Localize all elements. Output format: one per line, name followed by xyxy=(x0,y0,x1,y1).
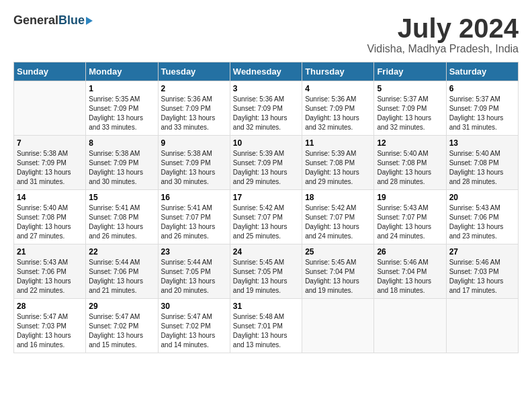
calendar-cell: 3Sunrise: 5:36 AMSunset: 7:09 PMDaylight… xyxy=(230,81,302,136)
calendar-cell: 20Sunrise: 5:43 AMSunset: 7:06 PMDayligh… xyxy=(446,190,518,244)
day-info: Sunrise: 5:39 AMSunset: 7:08 PMDaylight:… xyxy=(305,149,371,187)
day-info: Sunrise: 5:38 AMSunset: 7:09 PMDaylight:… xyxy=(161,149,227,187)
day-info: Sunrise: 5:47 AMSunset: 7:02 PMDaylight:… xyxy=(89,312,154,350)
day-info: Sunrise: 5:45 AMSunset: 7:04 PMDaylight:… xyxy=(305,258,371,295)
calendar-cell xyxy=(374,299,446,353)
calendar-cell: 13Sunrise: 5:40 AMSunset: 7:08 PMDayligh… xyxy=(446,136,518,190)
calendar-cell: 26Sunrise: 5:46 AMSunset: 7:04 PMDayligh… xyxy=(374,244,446,299)
calendar-cell xyxy=(14,81,86,136)
day-number: 16 xyxy=(161,193,227,202)
calendar-cell: 23Sunrise: 5:44 AMSunset: 7:05 PMDayligh… xyxy=(158,244,230,299)
day-info: Sunrise: 5:44 AMSunset: 7:05 PMDaylight:… xyxy=(161,258,227,295)
calendar-cell: 5Sunrise: 5:37 AMSunset: 7:09 PMDaylight… xyxy=(374,81,446,136)
day-info: Sunrise: 5:41 AMSunset: 7:08 PMDaylight:… xyxy=(89,203,154,241)
calendar-cell: 14Sunrise: 5:40 AMSunset: 7:08 PMDayligh… xyxy=(14,190,86,244)
day-number: 17 xyxy=(233,193,299,202)
day-number: 3 xyxy=(233,84,299,93)
day-info: Sunrise: 5:42 AMSunset: 7:07 PMDaylight:… xyxy=(305,203,371,241)
week-row-1: 1Sunrise: 5:35 AMSunset: 7:09 PMDaylight… xyxy=(14,81,519,136)
calendar-cell: 2Sunrise: 5:36 AMSunset: 7:09 PMDaylight… xyxy=(158,81,230,136)
day-info: Sunrise: 5:47 AMSunset: 7:03 PMDaylight:… xyxy=(17,312,83,350)
day-info: Sunrise: 5:42 AMSunset: 7:07 PMDaylight:… xyxy=(233,203,299,241)
week-row-4: 21Sunrise: 5:43 AMSunset: 7:06 PMDayligh… xyxy=(14,244,519,299)
calendar-cell: 1Sunrise: 5:35 AMSunset: 7:09 PMDaylight… xyxy=(86,81,158,136)
day-info: Sunrise: 5:43 AMSunset: 7:07 PMDaylight:… xyxy=(377,203,443,241)
day-info: Sunrise: 5:46 AMSunset: 7:03 PMDaylight:… xyxy=(449,258,515,295)
day-info: Sunrise: 5:41 AMSunset: 7:07 PMDaylight:… xyxy=(161,203,227,241)
weekday-header-saturday: Saturday xyxy=(446,62,518,81)
calendar-cell: 18Sunrise: 5:42 AMSunset: 7:07 PMDayligh… xyxy=(302,190,374,244)
day-info: Sunrise: 5:38 AMSunset: 7:09 PMDaylight:… xyxy=(89,149,154,187)
day-number: 18 xyxy=(305,193,371,202)
day-number: 31 xyxy=(233,302,299,311)
day-number: 8 xyxy=(89,138,154,148)
weekday-header-friday: Friday xyxy=(374,62,446,81)
day-number: 13 xyxy=(449,138,515,148)
calendar-cell: 25Sunrise: 5:45 AMSunset: 7:04 PMDayligh… xyxy=(302,244,374,299)
day-info: Sunrise: 5:37 AMSunset: 7:09 PMDaylight:… xyxy=(449,95,515,132)
weekday-header-row: SundayMondayTuesdayWednesdayThursdayFrid… xyxy=(14,62,519,81)
calendar-cell: 12Sunrise: 5:40 AMSunset: 7:08 PMDayligh… xyxy=(374,136,446,190)
day-info: Sunrise: 5:44 AMSunset: 7:06 PMDaylight:… xyxy=(89,258,154,295)
day-number: 28 xyxy=(17,302,83,311)
calendar-cell: 19Sunrise: 5:43 AMSunset: 7:07 PMDayligh… xyxy=(374,190,446,244)
day-number: 2 xyxy=(161,84,227,93)
day-number: 10 xyxy=(233,138,299,148)
calendar-cell: 28Sunrise: 5:47 AMSunset: 7:03 PMDayligh… xyxy=(14,299,86,353)
day-info: Sunrise: 5:46 AMSunset: 7:04 PMDaylight:… xyxy=(377,258,443,295)
day-info: Sunrise: 5:36 AMSunset: 7:09 PMDaylight:… xyxy=(161,95,227,132)
day-info: Sunrise: 5:37 AMSunset: 7:09 PMDaylight:… xyxy=(377,95,443,132)
day-info: Sunrise: 5:35 AMSunset: 7:09 PMDaylight:… xyxy=(89,95,154,132)
day-number: 4 xyxy=(305,84,371,93)
calendar-cell: 30Sunrise: 5:47 AMSunset: 7:02 PMDayligh… xyxy=(158,299,230,353)
day-number: 9 xyxy=(161,138,227,148)
logo-general-text: General xyxy=(13,13,58,28)
page-header: General Blue July 2024 Vidisha, Madhya P… xyxy=(13,13,519,55)
calendar-cell: 29Sunrise: 5:47 AMSunset: 7:02 PMDayligh… xyxy=(86,299,158,353)
calendar-cell xyxy=(446,299,518,353)
day-number: 25 xyxy=(305,247,371,257)
day-info: Sunrise: 5:40 AMSunset: 7:08 PMDaylight:… xyxy=(449,149,515,187)
calendar-cell: 6Sunrise: 5:37 AMSunset: 7:09 PMDaylight… xyxy=(446,81,518,136)
day-number: 5 xyxy=(377,84,443,93)
weekday-header-sunday: Sunday xyxy=(14,62,86,81)
calendar-cell: 22Sunrise: 5:44 AMSunset: 7:06 PMDayligh… xyxy=(86,244,158,299)
day-info: Sunrise: 5:48 AMSunset: 7:01 PMDaylight:… xyxy=(233,312,299,350)
weekday-header-monday: Monday xyxy=(86,62,158,81)
calendar-cell: 16Sunrise: 5:41 AMSunset: 7:07 PMDayligh… xyxy=(158,190,230,244)
day-number: 26 xyxy=(377,247,443,257)
month-title: July 2024 xyxy=(367,13,519,43)
calendar-cell: 10Sunrise: 5:39 AMSunset: 7:09 PMDayligh… xyxy=(230,136,302,190)
day-number: 24 xyxy=(233,247,299,257)
day-info: Sunrise: 5:40 AMSunset: 7:08 PMDaylight:… xyxy=(17,203,83,241)
week-row-5: 28Sunrise: 5:47 AMSunset: 7:03 PMDayligh… xyxy=(14,299,519,353)
day-number: 11 xyxy=(305,138,371,148)
title-block: July 2024 Vidisha, Madhya Pradesh, India xyxy=(367,13,519,55)
calendar-cell: 21Sunrise: 5:43 AMSunset: 7:06 PMDayligh… xyxy=(14,244,86,299)
day-number: 27 xyxy=(449,247,515,257)
calendar-cell: 15Sunrise: 5:41 AMSunset: 7:08 PMDayligh… xyxy=(86,190,158,244)
logo: General Blue xyxy=(13,13,93,28)
day-number: 19 xyxy=(377,193,443,202)
day-number: 1 xyxy=(89,84,154,93)
calendar-cell: 11Sunrise: 5:39 AMSunset: 7:08 PMDayligh… xyxy=(302,136,374,190)
day-number: 23 xyxy=(161,247,227,257)
calendar-cell: 24Sunrise: 5:45 AMSunset: 7:05 PMDayligh… xyxy=(230,244,302,299)
calendar-cell: 27Sunrise: 5:46 AMSunset: 7:03 PMDayligh… xyxy=(446,244,518,299)
day-number: 21 xyxy=(17,247,83,257)
calendar-cell: 4Sunrise: 5:36 AMSunset: 7:09 PMDaylight… xyxy=(302,81,374,136)
weekday-header-thursday: Thursday xyxy=(302,62,374,81)
calendar-cell: 9Sunrise: 5:38 AMSunset: 7:09 PMDaylight… xyxy=(158,136,230,190)
day-info: Sunrise: 5:36 AMSunset: 7:09 PMDaylight:… xyxy=(233,95,299,132)
day-number: 15 xyxy=(89,193,154,202)
day-number: 6 xyxy=(449,84,515,93)
day-info: Sunrise: 5:43 AMSunset: 7:06 PMDaylight:… xyxy=(17,258,83,295)
day-info: Sunrise: 5:47 AMSunset: 7:02 PMDaylight:… xyxy=(161,312,227,350)
calendar-table: SundayMondayTuesdayWednesdayThursdayFrid… xyxy=(13,62,519,353)
calendar-cell: 7Sunrise: 5:38 AMSunset: 7:09 PMDaylight… xyxy=(14,136,86,190)
calendar-cell: 8Sunrise: 5:38 AMSunset: 7:09 PMDaylight… xyxy=(86,136,158,190)
calendar-cell: 31Sunrise: 5:48 AMSunset: 7:01 PMDayligh… xyxy=(230,299,302,353)
day-number: 20 xyxy=(449,193,515,202)
logo-arrow-icon xyxy=(86,17,93,25)
location-subtitle: Vidisha, Madhya Pradesh, India xyxy=(367,43,519,55)
